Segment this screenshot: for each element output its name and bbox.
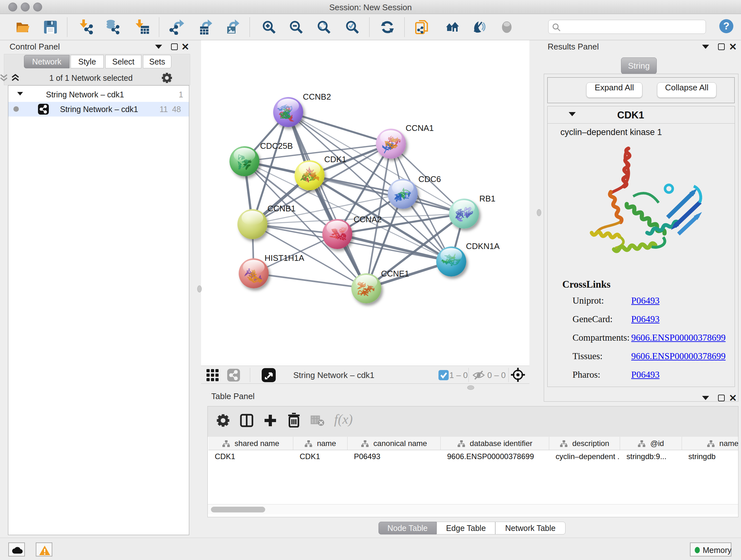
node-CCNE1[interactable] <box>351 273 381 303</box>
cell-0[interactable]: CDK1 <box>208 450 293 463</box>
tab-string[interactable]: String <box>621 57 657 74</box>
zoom-fit-icon[interactable] <box>316 19 332 35</box>
table-gear-icon[interactable] <box>216 414 230 428</box>
zoom-in-icon[interactable] <box>261 19 277 35</box>
search-input[interactable] <box>548 20 706 34</box>
zoom-selected-icon[interactable] <box>345 19 360 35</box>
cell-4[interactable]: cyclin–dependent ... <box>549 450 620 463</box>
results-panel-float-icon[interactable] <box>702 45 709 49</box>
bottom-tab-node-table[interactable]: Node Table <box>379 522 436 535</box>
node-CDK1[interactable] <box>294 160 325 190</box>
open-session-icon[interactable] <box>15 19 30 35</box>
expand-all-button[interactable]: Expand All <box>586 82 643 98</box>
cell-1[interactable]: CDK1 <box>293 450 347 463</box>
tree-row-collection[interactable]: String Network – cdk1 1 <box>8 87 189 102</box>
cell-2[interactable]: P06493 <box>347 450 441 463</box>
gene-collapse-caret[interactable] <box>569 112 576 116</box>
column-header-namespace[interactable]: namespace <box>682 437 738 450</box>
bottom-tab-edge-table[interactable]: Edge Table <box>436 522 495 535</box>
import-network-icon[interactable] <box>79 19 94 35</box>
hide-selected-icon[interactable] <box>471 19 486 35</box>
add-column-icon[interactable] <box>263 414 277 428</box>
column-header-canonicalname[interactable]: canonical name <box>347 437 441 450</box>
results-panel-close-icon[interactable]: ✕ <box>729 44 737 50</box>
column-header-sharedname[interactable]: shared name <box>208 437 293 450</box>
tab-network[interactable]: Network <box>24 55 70 68</box>
save-session-icon[interactable] <box>43 19 58 35</box>
crosslink-value[interactable]: 9606.ENSP00000378699 <box>631 351 726 361</box>
column-header-name[interactable]: name <box>293 437 347 450</box>
table-panel-float-icon[interactable] <box>702 396 709 400</box>
crosslink-value[interactable]: P06493 <box>631 295 660 306</box>
grid-view-icon[interactable] <box>206 369 219 381</box>
cell-5[interactable]: stringdb:9... <box>620 450 682 463</box>
node-CDC25B[interactable] <box>229 146 259 176</box>
collapse-all-button[interactable]: Collapse All <box>657 82 717 98</box>
tab-select[interactable]: Select <box>105 55 141 68</box>
clone-network-icon[interactable] <box>414 19 430 35</box>
column-header-description[interactable]: description <box>549 437 620 450</box>
import-network-database-icon[interactable] <box>106 19 121 35</box>
table-panel-close-icon[interactable]: ✕ <box>729 395 737 401</box>
control-panel-float-icon[interactable] <box>155 45 162 49</box>
cell-3[interactable]: 9606.ENSP00000378699 <box>441 450 549 463</box>
share-view-icon[interactable] <box>227 369 240 381</box>
gear-icon[interactable] <box>161 72 173 84</box>
export-table-icon[interactable] <box>198 19 213 35</box>
delete-table-icon[interactable] <box>311 415 325 426</box>
node-CCNA1[interactable] <box>376 129 406 159</box>
export-network-icon[interactable] <box>170 19 185 35</box>
node-HIST1H1A[interactable] <box>239 258 269 288</box>
control-panel-maximize-icon[interactable] <box>171 44 178 50</box>
bottom-splitter-handle[interactable] <box>467 385 474 390</box>
node-CDKN1A[interactable] <box>436 246 466 276</box>
column-header-databaseidentifier[interactable]: database identifier <box>441 437 549 450</box>
help-button[interactable]: ? <box>719 18 734 35</box>
network-view[interactable]: CCNB2 CCNA1 CDC25B CDK1 CDC6 RB1 CCNB1 C… <box>201 40 529 366</box>
crosslink-value[interactable]: P06493 <box>631 314 660 324</box>
tree-caret-icon[interactable] <box>17 92 23 96</box>
export-image-icon[interactable] <box>225 19 240 35</box>
tab-style[interactable]: Style <box>71 55 104 68</box>
table-panel-maximize-icon[interactable] <box>718 395 725 401</box>
show-all-icon[interactable] <box>446 19 461 35</box>
open-in-new-window-icon[interactable] <box>262 368 276 382</box>
node-CCNA2[interactable] <box>322 219 352 249</box>
crosslink-value[interactable]: 9606.ENSP00000378699 <box>631 332 726 343</box>
crosslink-label-tissues: Tissues: <box>572 351 603 361</box>
right-splitter-handle[interactable] <box>537 209 541 216</box>
table-scrollbar-thumb[interactable] <box>211 507 265 512</box>
results-panel-maximize-icon[interactable] <box>718 44 725 50</box>
node-CCNB2[interactable] <box>273 97 303 127</box>
control-panel-close-icon[interactable]: ✕ <box>181 44 189 50</box>
expand-all-icon[interactable] <box>10 73 20 82</box>
preview-icon[interactable] <box>499 19 515 35</box>
crosslink-value[interactable]: P06493 <box>631 369 660 380</box>
memory-button[interactable]: Memory <box>690 543 731 557</box>
gene-section-header[interactable]: CDK1 <box>548 106 735 124</box>
show-columns-icon[interactable] <box>240 414 254 428</box>
edge-HIST1H1A-CCNE1[interactable] <box>254 273 366 288</box>
node-label-CCNA2: CCNA2 <box>354 214 382 225</box>
tree-row-network[interactable]: String Network – cdk1 11 48 <box>8 102 189 117</box>
import-table-icon[interactable] <box>135 19 150 35</box>
left-splitter-handle[interactable] <box>197 286 202 293</box>
warning-button[interactable] <box>36 543 52 557</box>
column-header-id[interactable]: @id <box>620 437 682 450</box>
function-builder-icon[interactable]: f(x) <box>334 412 353 427</box>
cloud-button[interactable] <box>8 543 25 557</box>
fit-selected-icon[interactable] <box>511 368 525 382</box>
node-RB1[interactable] <box>449 199 479 229</box>
node-CDC6[interactable] <box>388 179 418 209</box>
collapse-all-icon[interactable] <box>0 73 9 82</box>
zoom-out-icon[interactable] <box>288 19 304 35</box>
table-horizontal-scrollbar[interactable] <box>208 504 738 514</box>
cell-6[interactable]: stringdb <box>682 450 738 463</box>
delete-column-icon[interactable] <box>287 413 301 428</box>
edge-CCNB2-CCNA1[interactable] <box>288 112 391 144</box>
bottom-tab-network-table[interactable]: Network Table <box>495 522 565 535</box>
selected-checkbox-icon[interactable] <box>439 370 449 380</box>
tab-sets[interactable]: Sets <box>143 55 172 68</box>
node-CCNB1[interactable] <box>238 209 267 239</box>
refresh-icon[interactable] <box>380 19 395 35</box>
